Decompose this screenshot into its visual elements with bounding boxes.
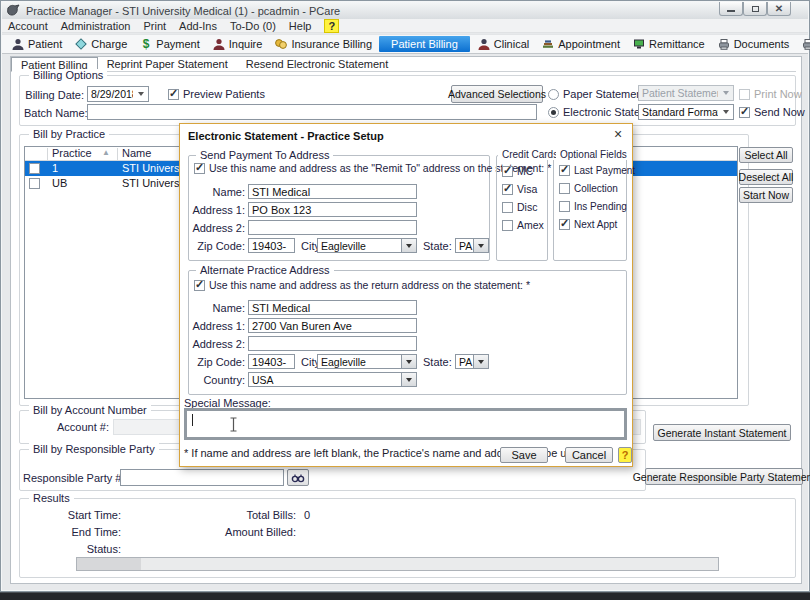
row-checkbox[interactable] — [29, 163, 40, 174]
menu-print[interactable]: Print — [143, 20, 166, 32]
credit-card-amex-checkbox[interactable]: Amex — [502, 219, 544, 231]
advanced-selections-button[interactable]: Advanced Selections — [451, 85, 543, 103]
menu-account[interactable]: Account — [8, 20, 48, 32]
remit-state-combo[interactable]: PA — [455, 238, 489, 253]
generate-instant-statement-button[interactable]: Generate Instant Statement — [653, 424, 791, 441]
menu-to-do[interactable]: To-Do (0) — [230, 20, 276, 32]
alternate-name-input[interactable] — [248, 300, 417, 315]
toolbar-item-patient-billing[interactable]: Patient Billing — [379, 36, 470, 52]
checkbox-unchecked-icon — [559, 201, 570, 212]
toolbar-item-clinical[interactable]: Clinical — [472, 36, 534, 52]
remit-address2-input[interactable] — [248, 220, 417, 235]
toolbar-item-reports[interactable]: Reports — [796, 36, 810, 52]
row-checkbox[interactable] — [29, 178, 40, 189]
credit-card-mc-checkbox[interactable]: MC — [502, 165, 533, 177]
billing-date-combo[interactable]: 8/29/2018 — [87, 86, 149, 102]
total-bills-label: Total Bills: — [211, 509, 296, 521]
clinical-icon — [477, 37, 491, 51]
toolbar-item-inquire[interactable]: Inquire — [207, 36, 268, 52]
progress-bar — [76, 557, 719, 571]
toolbar-item-remittance[interactable]: Remittance — [627, 36, 710, 52]
alternate-use-checkbox[interactable]: Use this name and address as the return … — [194, 279, 530, 291]
menu-help-badge[interactable]: ? — [324, 19, 339, 33]
alternate-address2-input[interactable] — [248, 336, 417, 351]
optional-ins-pending-checkbox[interactable]: Ins Pending — [559, 201, 627, 212]
remit-address1-input[interactable] — [248, 202, 417, 217]
remit-address2-label: Address 2: — [192, 222, 245, 234]
toolbar-item-documents[interactable]: Documents — [712, 36, 795, 52]
save-button[interactable]: Save — [500, 447, 548, 463]
toolbar-item-label: Appointment — [558, 38, 620, 50]
menu-help[interactable]: Help — [289, 20, 312, 32]
remit-zip-input[interactable] — [248, 238, 295, 253]
remit-address-group-label: Send Payment To Address — [196, 149, 333, 161]
batch-name-input[interactable] — [87, 104, 537, 120]
cancel-button[interactable]: Cancel — [565, 447, 613, 463]
alternate-zip-input[interactable] — [248, 354, 295, 369]
special-message-textarea[interactable] — [184, 408, 627, 440]
screen: Practice Manager - STI University Medica… — [0, 0, 810, 600]
toolbar-item-charge[interactable]: Charge — [69, 36, 132, 52]
tab-resend-electronic-statement[interactable]: Resend Electronic Statement — [237, 57, 397, 72]
optional-field-label: Ins Pending — [574, 201, 627, 212]
checkbox-checked-icon — [739, 107, 750, 118]
toolbar-item-appointment[interactable]: Appointment — [536, 36, 625, 52]
credit-card-label: Disc — [517, 201, 537, 213]
toolbar-item-label: Documents — [734, 38, 790, 50]
toolbar-item-patient[interactable]: Patient — [6, 36, 67, 52]
remit-name-input[interactable] — [248, 184, 417, 199]
menu-administration[interactable]: Administration — [61, 20, 131, 32]
checkbox-checked-icon — [194, 163, 205, 174]
account-number-label: Account #: — [49, 421, 109, 433]
maximize-icon — [752, 6, 759, 12]
radio-selected-icon — [548, 107, 559, 118]
maximize-button[interactable] — [743, 2, 767, 16]
billing-options-group-label: Billing Options — [29, 69, 107, 81]
start-now-button[interactable]: Start Now — [739, 187, 793, 203]
credit-card-label: MC — [517, 165, 533, 177]
radio-unselected-icon — [548, 89, 559, 100]
dialog-help-button[interactable]: ? — [618, 447, 632, 463]
dialog-close-button[interactable]: × — [610, 126, 626, 142]
electronic-statement-practice-setup-dialog: Electronic Statement - Practice Setup × … — [179, 123, 633, 467]
remit-city-combo[interactable]: Eagleville — [317, 238, 417, 253]
credit-card-label: Amex — [517, 219, 544, 231]
tab-reprint-paper-statement[interactable]: Reprint Paper Statement — [98, 57, 237, 72]
lookup-button[interactable] — [287, 469, 309, 486]
close-button[interactable]: ✕ — [767, 2, 791, 16]
select-all-button[interactable]: Select All — [739, 147, 793, 163]
menu-add-ins[interactable]: Add-Ins — [179, 20, 217, 32]
column-separator — [47, 148, 48, 160]
paper-statement-radio[interactable]: Paper Statement — [548, 88, 646, 100]
print-now-checkbox[interactable]: Print Now — [739, 88, 802, 100]
alternate-state-combo[interactable]: PA — [455, 354, 489, 369]
close-icon: × — [614, 126, 622, 142]
toolbar-item-insurance-billing[interactable]: Insurance Billing — [269, 36, 377, 52]
optional-next-appt-checkbox[interactable]: Next Appt — [559, 219, 617, 230]
paper-format-combo[interactable]: Patient Statement — [638, 85, 734, 101]
minimize-button[interactable] — [719, 2, 743, 16]
alternate-country-combo[interactable]: USA — [248, 372, 417, 387]
toolbar-item-label: Patient — [28, 38, 62, 50]
optional-collection-checkbox[interactable]: Collection — [559, 183, 618, 194]
optional-last-payment-checkbox[interactable]: Last Payment — [559, 165, 635, 176]
deselect-all-button[interactable]: Deselect All — [739, 169, 793, 185]
column-header-name[interactable]: Name — [122, 147, 151, 159]
alternate-city-combo[interactable]: Eagleville — [317, 354, 417, 369]
preview-patients-label: Preview Patients — [183, 88, 265, 100]
column-header-practice[interactable]: Practice — [52, 147, 92, 159]
progress-bar-segment — [77, 558, 141, 570]
responsible-party-input[interactable] — [120, 469, 284, 486]
optional-fields-group-label: Optional Fields — [556, 149, 631, 160]
toolbar-item-payment[interactable]: $ Payment — [134, 36, 204, 52]
alternate-address1-input[interactable] — [248, 318, 417, 333]
remit-city-value: Eagleville — [318, 239, 401, 252]
credit-card-visa-checkbox[interactable]: Visa — [502, 183, 537, 195]
send-now-checkbox[interactable]: Send Now — [739, 106, 805, 118]
generate-responsible-party-statement-button[interactable]: Generate Responsible Party Statement — [645, 468, 803, 485]
checkbox-checked-icon — [502, 184, 513, 195]
electronic-format-combo[interactable]: Standard Format — [638, 104, 734, 120]
credit-card-disc-checkbox[interactable]: Disc — [502, 201, 537, 213]
patient-icon — [11, 37, 25, 51]
preview-patients-checkbox[interactable]: Preview Patients — [168, 88, 265, 100]
